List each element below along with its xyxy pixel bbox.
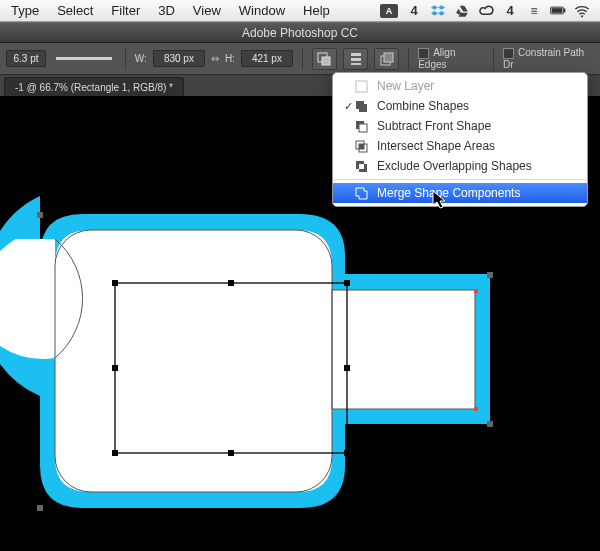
bounds-handle[interactable] [37,505,43,511]
app-title: Adobe Photoshop CC [242,26,358,40]
app-title-bar: Adobe Photoshop CC [0,22,600,43]
height-input[interactable]: 421 px [241,50,293,67]
cursor-icon [432,190,448,210]
svg-point-3 [581,15,583,17]
menu-type[interactable]: Type [2,0,48,21]
path-operations-menu: New Layer ✓ Combine Shapes Subtract Fron… [332,72,588,207]
svg-rect-5 [322,57,330,65]
battery-icon[interactable] [550,3,566,19]
selection-handle[interactable] [228,450,234,456]
svg-rect-16 [359,104,367,112]
svg-rect-8 [351,63,361,65]
svg-rect-6 [351,53,361,56]
combine-shapes-icon [355,100,371,113]
mac-menu-bar: Type Select Filter 3D View Window Help A… [0,0,600,22]
svg-rect-7 [351,58,361,61]
adobe-logo-icon: A [380,4,398,18]
selection-handle[interactable] [344,450,350,456]
exclude-shape-icon [355,160,371,173]
menu-help[interactable]: Help [294,0,339,21]
link-wh-icon[interactable]: ⇔ [211,53,219,64]
bounds-handle[interactable] [37,212,43,218]
path-arrangement-button[interactable] [374,48,399,70]
menu-window[interactable]: Window [230,0,294,21]
selection-handle[interactable] [112,450,118,456]
menu-separator [334,179,586,180]
selection-handle[interactable] [344,280,350,286]
width-input[interactable]: 830 px [153,50,205,67]
menu-intersect-shape-areas[interactable]: Intersect Shape Areas [333,136,587,156]
path-operations-button[interactable] [312,48,337,70]
wifi-icon[interactable] [574,3,590,19]
dropbox-icon[interactable] [430,3,446,19]
constrain-checkbox[interactable]: Constrain Path Dr [503,47,594,70]
check-icon: ✓ [341,100,355,113]
selection-handle[interactable] [112,280,118,286]
stroke-weight-input[interactable]: 6.3 pt [6,50,46,67]
selection-handle[interactable] [112,365,118,371]
menu-tray: A 4 4 ≡ [380,3,598,19]
stroke-style-preview[interactable] [56,57,112,60]
creative-cloud-icon[interactable] [478,3,494,19]
selection-handle[interactable] [344,365,350,371]
svg-rect-21 [359,144,364,149]
menu-view[interactable]: View [184,0,230,21]
merge-shape-icon [355,187,371,200]
menu-exclude-overlapping-shapes[interactable]: Exclude Overlapping Shapes [333,156,587,176]
align-edges-checkbox[interactable]: Align Edges [418,47,484,70]
menu-merge-shape-components[interactable]: Merge Shape Components [333,183,587,203]
bounds-handle[interactable] [487,421,493,427]
menu-new-layer: New Layer [333,76,587,96]
menu-combine-shapes[interactable]: ✓ Combine Shapes [333,96,587,116]
intersect-shape-icon [355,140,371,153]
height-label: H: [225,53,235,64]
options-bar: 6.3 pt W: 830 px ⇔ H: 421 px Align Edges… [0,43,600,75]
width-label: W: [135,53,147,64]
tray-count-icon: 4 [502,3,518,19]
menu-3d[interactable]: 3D [149,0,184,21]
menu-subtract-front-shape[interactable]: Subtract Front Shape [333,116,587,136]
bounds-handle[interactable] [487,272,493,278]
document-tab[interactable]: -1 @ 66.7% (Rectangle 1, RGB/8) * [4,77,184,96]
menu-extra-icon[interactable]: ≡ [526,3,542,19]
new-layer-icon [355,80,371,93]
svg-rect-1 [552,8,563,13]
notifications-icon[interactable]: 4 [406,3,422,19]
selection-handle[interactable] [228,280,234,286]
svg-rect-14 [356,81,367,92]
subtract-shape-icon [355,120,371,133]
google-drive-icon[interactable] [454,3,470,19]
menu-select[interactable]: Select [48,0,102,21]
menu-filter[interactable]: Filter [102,0,149,21]
svg-rect-24 [359,164,364,169]
svg-rect-18 [359,124,367,132]
anchor-point[interactable] [474,407,478,411]
svg-rect-2 [564,9,565,13]
anchor-point[interactable] [474,289,478,293]
svg-rect-10 [384,53,393,62]
path-alignment-button[interactable] [343,48,368,70]
